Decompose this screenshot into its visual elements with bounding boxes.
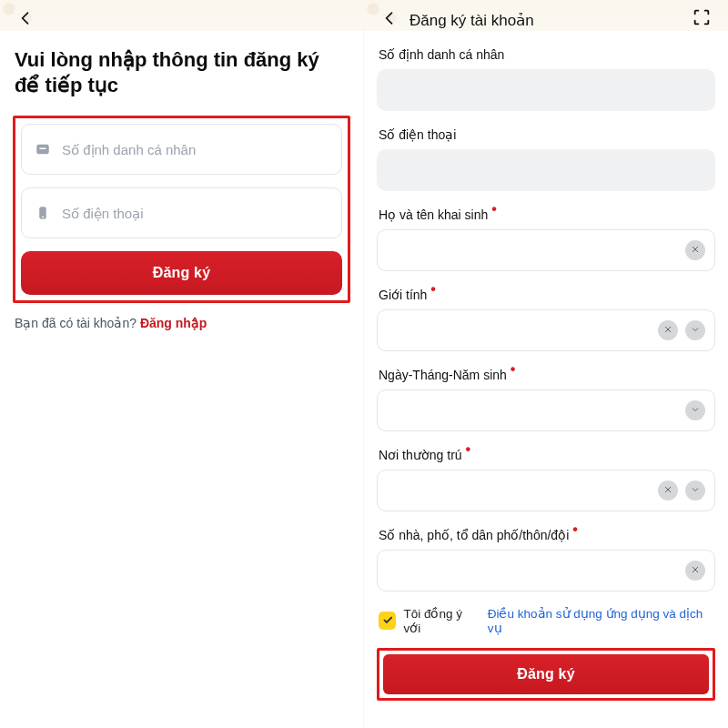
required-icon: • bbox=[491, 207, 497, 212]
agree-checkbox[interactable] bbox=[379, 612, 396, 630]
clear-button[interactable] bbox=[658, 480, 678, 500]
id-field[interactable] bbox=[21, 124, 342, 175]
dob-field[interactable] bbox=[377, 389, 715, 431]
close-icon bbox=[690, 562, 701, 579]
highlight-box: Đăng ký bbox=[13, 116, 350, 303]
dropdown-button[interactable] bbox=[685, 320, 705, 340]
login-prompt: Bạn đã có tài khoản? Đăng nhập bbox=[15, 316, 349, 330]
chevron-down-icon bbox=[690, 322, 701, 339]
clear-button[interactable] bbox=[685, 561, 705, 581]
close-icon bbox=[690, 242, 701, 258]
residence-input[interactable] bbox=[378, 470, 651, 511]
required-icon: • bbox=[430, 287, 436, 292]
scan-icon bbox=[692, 7, 712, 31]
back-button[interactable] bbox=[13, 7, 38, 33]
register-button[interactable]: Đăng ký bbox=[383, 654, 709, 694]
required-icon: • bbox=[466, 447, 471, 452]
label-address: Số nhà, phố, tổ dân phố/thôn/đội• bbox=[379, 528, 713, 542]
label-fullname: Họ và tên khai sinh• bbox=[379, 207, 713, 222]
phone-field[interactable] bbox=[21, 187, 342, 238]
id-readonly bbox=[377, 69, 715, 111]
gender-field[interactable] bbox=[377, 309, 715, 351]
phone-icon bbox=[35, 205, 51, 221]
gender-input[interactable] bbox=[378, 310, 651, 350]
phone-readonly bbox=[377, 149, 715, 191]
clear-button[interactable] bbox=[658, 320, 678, 340]
dob-input[interactable] bbox=[378, 390, 651, 430]
required-icon: • bbox=[572, 527, 578, 532]
terms-link[interactable]: Điều khoản sử dụng ứng dụng và dịch vụ bbox=[488, 606, 713, 635]
fullname-field[interactable] bbox=[377, 229, 715, 271]
close-icon bbox=[662, 482, 673, 499]
address-input[interactable] bbox=[378, 551, 651, 591]
clear-button[interactable] bbox=[685, 240, 705, 260]
screen-initial: Vui lòng nhập thông tin đăng ký để tiếp … bbox=[0, 0, 364, 728]
id-card-icon bbox=[35, 141, 51, 157]
chevron-down-icon bbox=[690, 402, 701, 419]
id-input[interactable] bbox=[62, 142, 329, 157]
label-id: Số định danh cá nhân bbox=[379, 47, 713, 62]
arrow-left-icon bbox=[16, 9, 35, 31]
topbar-left bbox=[13, 2, 350, 38]
dropdown-button[interactable] bbox=[685, 480, 705, 500]
check-icon bbox=[381, 613, 394, 629]
terms-row: Tôi đồng ý với Điều khoản sử dụng ứng dụ… bbox=[379, 606, 713, 635]
label-gender: Giới tính• bbox=[379, 288, 713, 302]
screen-register-details: Đăng ký tài khoản Số định danh cá nhân S… bbox=[364, 0, 728, 728]
svg-point-3 bbox=[42, 217, 44, 218]
address-field[interactable] bbox=[377, 550, 715, 592]
label-residence: Nơi thường trú• bbox=[379, 448, 713, 462]
register-button[interactable]: Đăng ký bbox=[21, 251, 342, 295]
residence-field[interactable] bbox=[377, 470, 715, 511]
close-icon bbox=[662, 322, 673, 339]
label-dob: Ngày-Tháng-Năm sinh• bbox=[379, 368, 713, 382]
topbar-right: Đăng ký tài khoản bbox=[377, 2, 715, 38]
back-button[interactable] bbox=[377, 7, 402, 33]
page-title: Đăng ký tài khoản bbox=[410, 11, 534, 30]
chevron-down-icon bbox=[690, 482, 701, 499]
label-phone: Số điện thoại bbox=[379, 127, 713, 142]
fullname-input[interactable] bbox=[378, 230, 651, 270]
agree-text: Tôi đồng ý với bbox=[403, 606, 480, 635]
page-heading: Vui lòng nhập thông tin đăng ký để tiếp … bbox=[15, 47, 349, 97]
login-link[interactable]: Đăng nhập bbox=[140, 316, 207, 330]
scan-button[interactable] bbox=[690, 7, 713, 31]
required-icon: • bbox=[511, 367, 516, 372]
arrow-left-icon bbox=[380, 9, 399, 31]
highlight-box: Đăng ký bbox=[377, 648, 715, 701]
phone-input[interactable] bbox=[62, 206, 329, 221]
login-question: Bạn đã có tài khoản? bbox=[15, 316, 140, 330]
svg-rect-1 bbox=[39, 148, 46, 150]
dropdown-button[interactable] bbox=[685, 400, 705, 420]
